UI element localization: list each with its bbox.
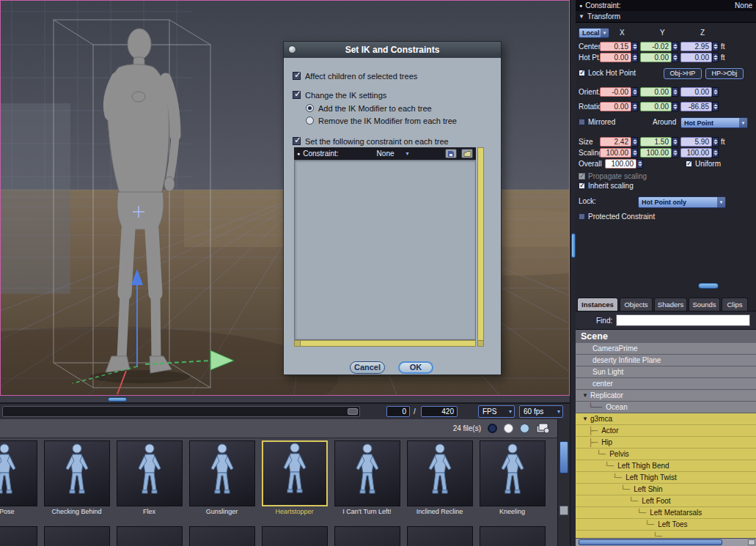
tab-shaders[interactable]: Shaders bbox=[654, 298, 687, 311]
panel-splitter[interactable] bbox=[570, 0, 576, 546]
add-ik-modifier-radio[interactable] bbox=[306, 104, 314, 112]
value-stepper[interactable] bbox=[631, 148, 638, 158]
rotation-z-field[interactable]: -86.85 bbox=[680, 102, 712, 111]
lock-dropdown[interactable]: Hot Point only ▾ bbox=[638, 196, 726, 208]
scrollbar-button[interactable] bbox=[748, 539, 755, 545]
hot-point-x-field[interactable]: 0.00 bbox=[600, 53, 631, 62]
pose-thumbnail-partial[interactable] bbox=[40, 526, 113, 546]
size-x-field[interactable]: 2.42 bbox=[600, 137, 631, 147]
total-frames-field[interactable]: 420 bbox=[421, 406, 458, 417]
value-stepper[interactable] bbox=[672, 42, 678, 51]
value-stepper[interactable] bbox=[712, 42, 719, 51]
browser-options-icon[interactable] bbox=[536, 423, 550, 434]
remove-ik-modifier-radio[interactable] bbox=[306, 117, 314, 125]
pose-thumbnail-partial[interactable] bbox=[331, 526, 403, 546]
scene-tree-item-selected[interactable]: └─Left Thigh Twist bbox=[576, 472, 756, 484]
panel-divider-handle[interactable] bbox=[698, 283, 719, 289]
center-x-field[interactable]: 0.15 bbox=[600, 42, 631, 51]
center-y-field[interactable]: -0.02 bbox=[640, 42, 672, 51]
constraint-header-value[interactable]: None bbox=[735, 1, 752, 10]
tab-clips[interactable]: Clips bbox=[722, 298, 748, 311]
size-z-field[interactable]: 5.90 bbox=[680, 137, 712, 147]
value-stepper[interactable] bbox=[712, 87, 719, 97]
scene-tree-item-selected[interactable]: └─Left Thigh Bend bbox=[576, 460, 756, 472]
value-stepper[interactable] bbox=[631, 102, 638, 111]
load-constraint-button[interactable] bbox=[461, 149, 473, 158]
scrubber-handle[interactable] bbox=[348, 408, 358, 415]
pose-thumbnail-partial[interactable] bbox=[0, 526, 40, 546]
constraint-type-dropdown[interactable]: None ▾ bbox=[377, 150, 441, 158]
pose-thumbnail[interactable]: Flex bbox=[113, 438, 186, 526]
thumbnail-size-medium-button[interactable] bbox=[504, 424, 513, 433]
tab-objects[interactable]: Objects bbox=[620, 298, 653, 311]
value-stepper[interactable] bbox=[672, 87, 678, 97]
expand-arrow-icon[interactable]: ▼ bbox=[582, 416, 588, 422]
pose-thumbnail-partial[interactable] bbox=[476, 526, 548, 546]
orient-z-field[interactable]: 0.00 bbox=[680, 87, 712, 97]
scene-tree-item-selected[interactable]: └─ bbox=[576, 531, 756, 538]
hot-point-y-field[interactable]: 0.00 bbox=[640, 53, 672, 62]
pose-thumbnail[interactable]: Inclined Recline bbox=[403, 438, 476, 526]
ok-button[interactable]: OK bbox=[398, 361, 433, 374]
scrollbar-thumb[interactable] bbox=[108, 397, 127, 402]
scene-tree-item-selected[interactable]: └─Left Toes bbox=[576, 519, 756, 531]
scrollbar-button[interactable] bbox=[478, 340, 483, 346]
value-stepper[interactable] bbox=[631, 42, 638, 51]
scrollbar-thumb[interactable] bbox=[559, 441, 568, 473]
value-stepper[interactable] bbox=[672, 148, 678, 158]
value-stepper[interactable] bbox=[672, 53, 678, 62]
value-stepper[interactable] bbox=[631, 137, 638, 147]
scene-tree-item-selected[interactable]: ▼g3mca bbox=[576, 413, 756, 425]
value-stepper[interactable] bbox=[672, 137, 678, 147]
hot-point-z-field[interactable]: 0.00 bbox=[680, 53, 712, 62]
scene-tree-item-selected[interactable]: └─Left Foot bbox=[576, 495, 756, 507]
pose-thumbnail-partial[interactable] bbox=[258, 526, 331, 546]
rotation-y-field[interactable]: 0.00 bbox=[640, 102, 672, 111]
frame-rate-dropdown[interactable]: 60 fps ▾ bbox=[519, 405, 563, 418]
around-dropdown[interactable]: Hot Point ▾ bbox=[680, 117, 748, 128]
pose-thumbnail-selected[interactable]: Heartstopper bbox=[258, 438, 331, 526]
scene-tree-item[interactable]: ▼Replicator bbox=[576, 390, 756, 402]
center-z-field[interactable]: 2.95 bbox=[680, 42, 712, 51]
value-stepper[interactable] bbox=[636, 159, 643, 169]
mirrored-checkbox[interactable] bbox=[579, 119, 585, 125]
current-frame-field[interactable]: 0 bbox=[386, 406, 410, 417]
scene-tree-item[interactable]: deserty Infinite Plane bbox=[576, 355, 756, 366]
scene-tree-item-selected[interactable]: └─Left Shin bbox=[576, 484, 756, 495]
rotation-x-field[interactable]: 0.00 bbox=[600, 102, 631, 111]
size-y-field[interactable]: 1.50 bbox=[640, 137, 672, 147]
scene-tree-item-selected[interactable]: ├─Actor bbox=[576, 425, 756, 437]
constraint-section-header[interactable]: ● Constraint: None bbox=[576, 0, 756, 11]
protected-constraint-checkbox[interactable] bbox=[579, 213, 585, 220]
pose-thumbnail-partial[interactable] bbox=[113, 526, 186, 546]
fps-mode-dropdown[interactable]: FPS ▾ bbox=[478, 405, 515, 418]
scene-tree-item[interactable]: center bbox=[576, 378, 756, 390]
value-stepper[interactable] bbox=[631, 87, 638, 97]
thumbnail-size-large-button[interactable] bbox=[520, 424, 529, 433]
scene-tree-item[interactable]: Sun Light bbox=[576, 366, 756, 378]
pose-thumbnail[interactable]: Gunslinger bbox=[186, 438, 258, 526]
obj-to-hp-button[interactable]: Obj->HP bbox=[664, 68, 702, 79]
tab-sounds[interactable]: Sounds bbox=[689, 298, 720, 311]
scaling-z-field[interactable]: 100.00 bbox=[680, 148, 712, 158]
dialog-vertical-scrollbar[interactable] bbox=[477, 147, 484, 347]
pose-thumbnail[interactable]: I Can't Turn Left! bbox=[331, 438, 403, 526]
browser-vertical-scrollbar[interactable] bbox=[557, 419, 570, 546]
find-input[interactable] bbox=[616, 314, 750, 326]
dialog-window-button[interactable] bbox=[288, 45, 296, 54]
value-stepper[interactable] bbox=[712, 53, 719, 62]
scene-tree-item-selected[interactable]: └─Pelvis bbox=[576, 449, 756, 460]
value-stepper[interactable] bbox=[712, 102, 719, 111]
affect-children-checkbox[interactable] bbox=[293, 72, 301, 80]
scaling-x-field[interactable]: 100.00 bbox=[600, 148, 631, 158]
dialog-horizontal-scrollbar[interactable] bbox=[294, 340, 476, 347]
scrollbar-thumb[interactable] bbox=[579, 539, 722, 545]
orient-x-field[interactable]: -0.00 bbox=[600, 87, 631, 97]
pose-thumbnail[interactable]: Checking Behind bbox=[40, 438, 113, 526]
timeline-scrubber[interactable] bbox=[2, 406, 360, 417]
set-constraint-checkbox[interactable] bbox=[293, 137, 301, 145]
expand-arrow-icon[interactable]: ▼ bbox=[582, 392, 588, 399]
uniform-checkbox[interactable] bbox=[686, 161, 692, 167]
scene-tree-item[interactable]: CameraPrime bbox=[576, 343, 756, 355]
scene-tree-item-selected[interactable]: ├─Hip bbox=[576, 437, 756, 449]
